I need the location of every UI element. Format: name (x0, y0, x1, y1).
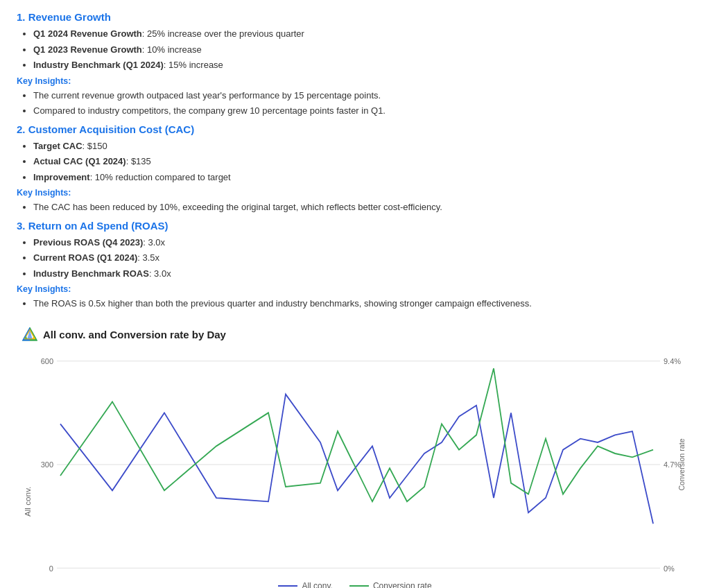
bold-1-1: Q1 2024 Revenue Growth (33, 28, 142, 39)
text-2-1: : $150 (83, 141, 107, 151)
bold-2-3: Improvement (33, 172, 90, 182)
section-revenue-growth: 1. Revenue Growth Q1 2024 Revenue Growth… (17, 11, 693, 118)
text-3-2: : 3.5x (137, 252, 159, 263)
bullet-1-3: Industry Benchmark (Q1 2024): 15% increa… (33, 58, 693, 72)
bullet-2-1: Target CAC: $150 (33, 139, 693, 153)
bullet-2-2: Actual CAC (Q1 2024): $135 (33, 155, 693, 168)
legend-line-conv-rate (349, 585, 369, 587)
svg-text:Conversion rate: Conversion rate (678, 438, 686, 490)
legend-line-all-conv (278, 585, 297, 587)
bullet-1-2: Q1 2023 Revenue Growth: 10% increase (33, 43, 693, 57)
key-insights-label-2: Key Insights: (17, 188, 693, 198)
text-3-1: : 3.0x (143, 237, 165, 248)
legend-label-conv-rate: Conversion rate (373, 581, 432, 589)
svg-text:9.4%: 9.4% (664, 356, 681, 365)
legend-all-conv: All conv. (278, 581, 332, 589)
bold-3-3: Industry Benchmark ROAS (33, 268, 149, 279)
chart-title-row: All conv. and Conversion rate by Day (22, 327, 688, 343)
text-3-3: : 3.0x (149, 268, 171, 279)
chart-title: All conv. and Conversion rate by Day (43, 329, 226, 340)
insight-1-2: Compared to industry competitors, the co… (33, 104, 693, 118)
section-heading-1: 1. Revenue Growth (17, 11, 693, 23)
chart-container: All conv. and Conversion rate by Day 600… (17, 327, 693, 589)
bold-3-1: Previous ROAS (Q4 2023) (33, 237, 143, 248)
bullet-3-2: Current ROAS (Q1 2024): 3.5x (33, 251, 693, 265)
text-1-1: : 25% increase over the previous quarter (142, 28, 304, 39)
key-insights-label-1: Key Insights: (17, 76, 693, 86)
section-heading-2: 2. Customer Acquisition Cost (CAC) (17, 123, 693, 135)
bullets-1: Q1 2024 Revenue Growth: 25% increase ove… (17, 27, 693, 72)
svg-text:0: 0 (49, 564, 53, 572)
svg-text:300: 300 (41, 460, 53, 468)
chart-wrapper: 600 300 0 9.4% 4.7% 0% All conv. Convers… (22, 354, 688, 576)
bold-1-2: Q1 2023 Revenue Growth (33, 44, 142, 55)
chart-legend: All conv. Conversion rate (22, 581, 688, 589)
legend-label-all-conv: All conv. (302, 581, 332, 589)
bullet-3-3: Industry Benchmark ROAS: 3.0x (33, 267, 693, 281)
key-insights-label-3: Key Insights: (17, 284, 693, 294)
bold-2-1: Target CAC (33, 141, 83, 151)
bullet-2-3: Improvement: 10% reduction compared to t… (33, 171, 693, 184)
section-heading-3: 3. Return on Ad Spend (ROAS) (17, 220, 693, 232)
bold-3-2: Current ROAS (Q1 2024) (33, 252, 137, 263)
report-container: 1. Revenue Growth Q1 2024 Revenue Growth… (17, 11, 693, 588)
insight-2-1: The CAC has been reduced by 10%, exceedi… (33, 200, 693, 214)
svg-text:All conv.: All conv. (24, 486, 32, 516)
legend-conv-rate: Conversion rate (349, 581, 432, 589)
bold-1-3: Industry Benchmark (Q1 2024) (33, 60, 164, 70)
text-1-3: : 15% increase (164, 60, 223, 70)
insight-1-1: The current revenue growth outpaced last… (33, 89, 693, 103)
bullet-1-1: Q1 2024 Revenue Growth: 25% increase ove… (33, 27, 693, 41)
insights-1: The current revenue growth outpaced last… (17, 89, 693, 118)
insights-3: The ROAS is 0.5x higher than both the pr… (17, 297, 693, 311)
section-roas: 3. Return on Ad Spend (ROAS) Previous RO… (17, 220, 693, 311)
google-ads-icon (22, 327, 37, 343)
svg-text:600: 600 (41, 356, 53, 365)
chart-svg: 600 300 0 9.4% 4.7% 0% All conv. Convers… (22, 354, 688, 576)
text-2-3: : 10% reduction compared to target (90, 172, 231, 182)
bullet-3-1: Previous ROAS (Q4 2023): 3.0x (33, 236, 693, 250)
insight-3-1: The ROAS is 0.5x higher than both the pr… (33, 297, 693, 311)
insights-2: The CAC has been reduced by 10%, exceedi… (17, 200, 693, 214)
text-2-2: : $135 (126, 156, 151, 166)
section-cac: 2. Customer Acquisition Cost (CAC) Targe… (17, 123, 693, 214)
bullets-2: Target CAC: $150 Actual CAC (Q1 2024): $… (17, 139, 693, 184)
all-conv-line (60, 394, 653, 524)
svg-text:0%: 0% (664, 564, 675, 572)
text-1-2: : 10% increase (142, 44, 202, 55)
bold-2-2: Actual CAC (Q1 2024) (33, 156, 126, 166)
bullets-3: Previous ROAS (Q4 2023): 3.0x Current RO… (17, 236, 693, 281)
